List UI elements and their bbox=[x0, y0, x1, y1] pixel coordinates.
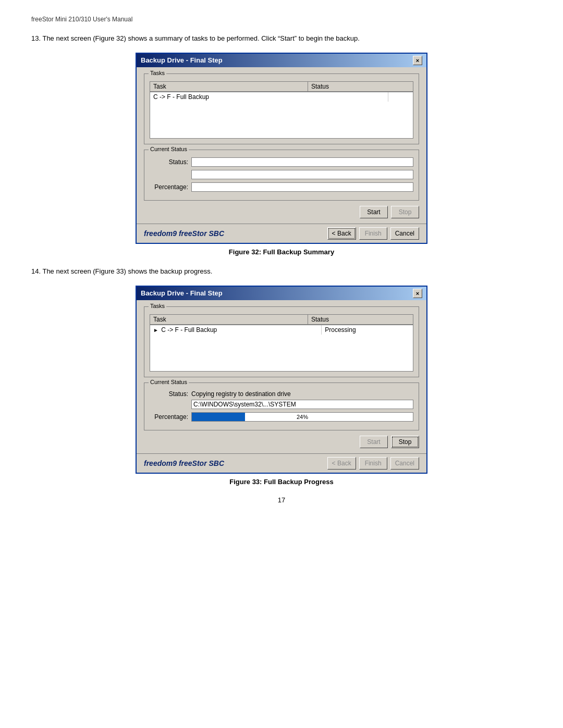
figure33-status-value: Copying registry to destination drive bbox=[191, 390, 291, 398]
figure33-start-button[interactable]: Start bbox=[360, 436, 388, 448]
figure32-status-row1: Status: bbox=[150, 157, 413, 167]
figure32-tasks-label: Tasks bbox=[149, 70, 166, 76]
figure32-percentage-row: Percentage: bbox=[150, 182, 413, 192]
figure33-stop-button[interactable]: Stop bbox=[391, 436, 419, 448]
figure33-current-status-label: Current Status bbox=[149, 379, 189, 385]
figure32-finish-button[interactable]: Finish bbox=[359, 227, 387, 240]
figure32-status-row2 bbox=[150, 170, 413, 179]
figure32-status-label: Status: bbox=[150, 158, 191, 166]
figure32-action-buttons: Start Stop bbox=[144, 206, 419, 218]
figure32-task-cell: C -> F - Full Backup bbox=[150, 92, 388, 102]
figure32-body: Tasks Task Status bbox=[137, 67, 426, 224]
table-row: ► C -> F - Full Backup Processing bbox=[150, 325, 413, 335]
figure33-percentage-label: Percentage: bbox=[150, 413, 191, 421]
figure33-progress-bar: 24% bbox=[191, 412, 413, 422]
figure32-task-table-body: C -> F - Full Backup bbox=[150, 92, 413, 139]
figure32-brand: freedom9 freeStor SBC bbox=[144, 229, 224, 238]
figure33-percentage-row: Percentage: 24% bbox=[150, 412, 413, 422]
figure33-title: Backup Drive - Final Step bbox=[141, 289, 223, 297]
figure32-caption: Figure 32: Full Backup Summary bbox=[31, 248, 532, 256]
figure32-title: Backup Drive - Final Step bbox=[141, 56, 223, 64]
figure33-status-label: Status: bbox=[150, 390, 191, 398]
figure32-wrapper: Backup Drive - Final Step × Tasks Task S… bbox=[31, 53, 532, 244]
figure33-body: Tasks Task Status bbox=[137, 300, 426, 453]
figure33-close-button[interactable]: × bbox=[413, 289, 422, 298]
page-header: freeStor Mini 210/310 User's Manual bbox=[31, 16, 532, 23]
figure32-col-task: Task bbox=[150, 81, 308, 91]
section13-text: 13. The next screen (Figure 32) shows a … bbox=[31, 33, 532, 44]
figure32-percentage-label: Percentage: bbox=[150, 183, 191, 191]
figure32-stop-button[interactable]: Stop bbox=[391, 206, 419, 218]
table-row: C -> F - Full Backup bbox=[150, 92, 413, 102]
figure33-col-task: Task bbox=[150, 314, 308, 324]
figure32-current-status-label: Current Status bbox=[149, 146, 189, 152]
figure33-finish-button[interactable]: Finish bbox=[359, 457, 387, 470]
figure33-col-status: Status bbox=[308, 314, 413, 324]
figure33-back-button[interactable]: < Back bbox=[327, 457, 356, 470]
figure32-status-field1 bbox=[191, 157, 413, 167]
figure33-status-row2: C:\WINDOWS\system32\...\SYSTEM bbox=[150, 400, 413, 409]
figure33-status-group: Current Status Status: Copying registry … bbox=[144, 382, 419, 430]
figure32-start-button[interactable]: Start bbox=[360, 206, 388, 218]
figure32-footer: freedom9 freeStor SBC < Back Finish Canc… bbox=[137, 224, 426, 243]
header-text: freeStor Mini 210/310 User's Manual bbox=[31, 16, 132, 23]
figure33-task-table-header: Task Status bbox=[150, 314, 413, 325]
figure33-action-buttons: Start Stop bbox=[144, 436, 419, 448]
figure32-tasks-group: Tasks Task Status bbox=[144, 73, 419, 144]
figure33-status-cell: Processing bbox=[322, 325, 413, 335]
figure32-titlebar: Backup Drive - Final Step × bbox=[137, 54, 426, 67]
figure32-close-button[interactable]: × bbox=[413, 56, 422, 65]
figure33-dialog: Backup Drive - Final Step × Tasks Task S… bbox=[136, 286, 427, 474]
figure32-task-table-header: Task Status bbox=[150, 81, 413, 92]
figure32-dialog: Backup Drive - Final Step × Tasks Task S… bbox=[136, 53, 427, 244]
figure33-status-row1: Status: Copying registry to destination … bbox=[150, 390, 413, 398]
figure32-nav-buttons: < Back Finish Cancel bbox=[327, 227, 419, 240]
figure33-titlebar: Backup Drive - Final Step × bbox=[137, 287, 426, 300]
task-arrow-icon: ► bbox=[153, 327, 158, 333]
figure33-tasks-label: Tasks bbox=[149, 303, 166, 309]
figure33-task-table-body: ► C -> F - Full Backup Processing bbox=[150, 325, 413, 372]
figure33-task-cell: ► C -> F - Full Backup bbox=[150, 325, 322, 335]
figure33-caption: Figure 33: Full Backup Progress bbox=[31, 478, 532, 486]
figure33-cancel-button[interactable]: Cancel bbox=[390, 457, 419, 470]
page-number: 17 bbox=[31, 496, 532, 504]
figure33-status-field2: C:\WINDOWS\system32\...\SYSTEM bbox=[191, 400, 413, 409]
figure32-back-button[interactable]: < Back bbox=[327, 227, 356, 240]
figure32-status-group: Current Status Status: Percentage: bbox=[144, 150, 419, 201]
figure32-status-cell bbox=[388, 92, 413, 102]
figure32-status-field2 bbox=[191, 170, 413, 179]
figure32-cancel-button[interactable]: Cancel bbox=[390, 227, 419, 240]
figure33-brand: freedom9 freeStor SBC bbox=[144, 459, 224, 467]
figure33-progress-label: 24% bbox=[192, 413, 413, 421]
figure33-tasks-group: Tasks Task Status bbox=[144, 306, 419, 377]
figure33-wrapper: Backup Drive - Final Step × Tasks Task S… bbox=[31, 286, 532, 474]
figure32-col-status: Status bbox=[308, 81, 413, 91]
figure32-percentage-field bbox=[191, 182, 413, 192]
section14-text: 14. The next screen (Figure 33) shows th… bbox=[31, 266, 532, 277]
figure33-footer: freedom9 freeStor SBC < Back Finish Canc… bbox=[137, 453, 426, 473]
figure33-nav-buttons: < Back Finish Cancel bbox=[327, 457, 419, 470]
